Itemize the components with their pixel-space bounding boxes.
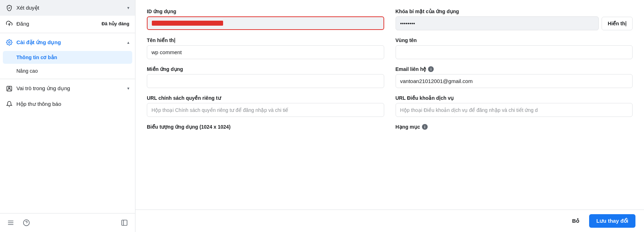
label-contact-email: Email liên hệ i: [396, 66, 633, 72]
sidebar-subitem-label-thong-tin: Thông tin cơ bản: [16, 55, 57, 60]
cancel-button[interactable]: Bỏ: [566, 214, 585, 228]
form-group-contact-email: Email liên hệ i: [396, 66, 633, 88]
sidebar-item-label-vai-tro: Vai trò trong ứng dụng: [16, 85, 70, 92]
panel-icon[interactable]: [119, 218, 129, 228]
sidebar-item-xet-duyet[interactable]: Xét duyệt ▾: [0, 0, 135, 16]
app-domain-input[interactable]: [147, 74, 384, 88]
sidebar-item-vai-tro[interactable]: Vai trò trong ứng dụng ▾: [0, 81, 135, 96]
label-privacy-url: URL chính sách quyền riêng tư: [147, 95, 384, 101]
sidebar-badge-dang: Đã hủy đăng: [102, 21, 129, 26]
secret-wrapper: Hiển thị: [396, 16, 633, 30]
chevron-up-icon: ▴: [127, 40, 129, 45]
sidebar-item-hop-thu[interactable]: Hộp thư thông báo: [0, 96, 135, 112]
sidebar-subitem-nang-cao[interactable]: Nâng cao: [0, 65, 135, 77]
privacy-url-input[interactable]: [147, 103, 384, 117]
bottom-action-bar: Bỏ Lưu thay đổi: [135, 210, 644, 232]
label-category: Hạng mục i: [396, 124, 633, 130]
label-app-domain: Miền ứng dụng: [147, 66, 384, 72]
person-badge-icon: [6, 85, 13, 92]
list-icon[interactable]: [6, 218, 16, 228]
sidebar-item-label-dang: Đăng: [16, 21, 29, 27]
label-domain: Vùng tên: [396, 37, 633, 43]
main-content: ID ứng dụng Khóa bí mật của ứng dụng Hiể…: [135, 0, 644, 232]
form-group-app-secret: Khóa bí mật của ứng dụng Hiển thị: [396, 9, 633, 30]
settings-form: ID ứng dụng Khóa bí mật của ứng dụng Hiể…: [147, 9, 633, 130]
shield-check-icon: [6, 4, 13, 11]
sidebar-item-label-hop-thu: Hộp thư thông báo: [16, 101, 61, 107]
sidebar-bottom-bar: [0, 213, 135, 232]
contact-email-info-icon: i: [428, 66, 434, 72]
form-group-privacy-url: URL chính sách quyền riêng tư: [147, 95, 384, 117]
sidebar-subitem-thong-tin[interactable]: Thông tin cơ bản: [3, 51, 132, 64]
label-app-icon: Biểu tượng ứng dụng (1024 x 1024): [147, 124, 384, 130]
form-group-category: Hạng mục i: [396, 124, 633, 130]
svg-rect-9: [122, 220, 127, 226]
form-group-terms-url: URL Điều khoản dịch vụ: [396, 95, 633, 117]
upload-icon: [6, 20, 13, 27]
form-group-app-icon: Biểu tượng ứng dụng (1024 x 1024): [147, 124, 384, 130]
form-group-app-id: ID ứng dụng: [147, 9, 384, 30]
form-group-domain: Vùng tên: [396, 37, 633, 59]
app-secret-input[interactable]: [396, 16, 599, 30]
svg-point-1: [9, 42, 10, 43]
form-group-app-domain: Miền ứng dụng: [147, 66, 384, 88]
sidebar-subitem-label-nang-cao: Nâng cao: [16, 68, 38, 74]
label-app-secret: Khóa bí mật của ứng dụng: [396, 9, 633, 14]
app-id-redacted: [152, 21, 223, 26]
chevron-down-icon-2: ▾: [127, 86, 129, 91]
sidebar-item-cai-dat[interactable]: Cài đặt ứng dụng ▴: [0, 35, 135, 50]
help-icon[interactable]: [21, 218, 31, 228]
sidebar-item-label-cai-dat: Cài đặt ứng dụng: [16, 39, 61, 46]
label-display-name: Tên hiển thị: [147, 37, 384, 43]
bell-icon: [6, 100, 13, 108]
show-secret-button[interactable]: Hiển thị: [602, 17, 633, 30]
form-group-display-name: Tên hiển thị: [147, 37, 384, 59]
domain-input[interactable]: [396, 45, 633, 59]
terms-url-input[interactable]: [396, 103, 633, 117]
sidebar-item-label-xet-duyet: Xét duyệt: [16, 5, 39, 11]
gear-icon: [6, 39, 13, 46]
category-info-icon: i: [422, 124, 428, 130]
sidebar-item-dang[interactable]: Đăng Đã hủy đăng: [0, 16, 135, 31]
chevron-down-icon: ▾: [127, 5, 129, 10]
display-name-input[interactable]: [147, 45, 384, 59]
contact-email-input[interactable]: [396, 74, 633, 88]
save-button[interactable]: Lưu thay đổi: [589, 214, 635, 228]
svg-point-3: [9, 87, 10, 89]
sidebar: Xét duyệt ▾ Đăng Đã hủy đăng Cài đặt ứng…: [0, 0, 135, 232]
label-terms-url: URL Điều khoản dịch vụ: [396, 95, 633, 101]
label-app-id: ID ứng dụng: [147, 9, 384, 14]
app-id-box: [147, 16, 384, 30]
